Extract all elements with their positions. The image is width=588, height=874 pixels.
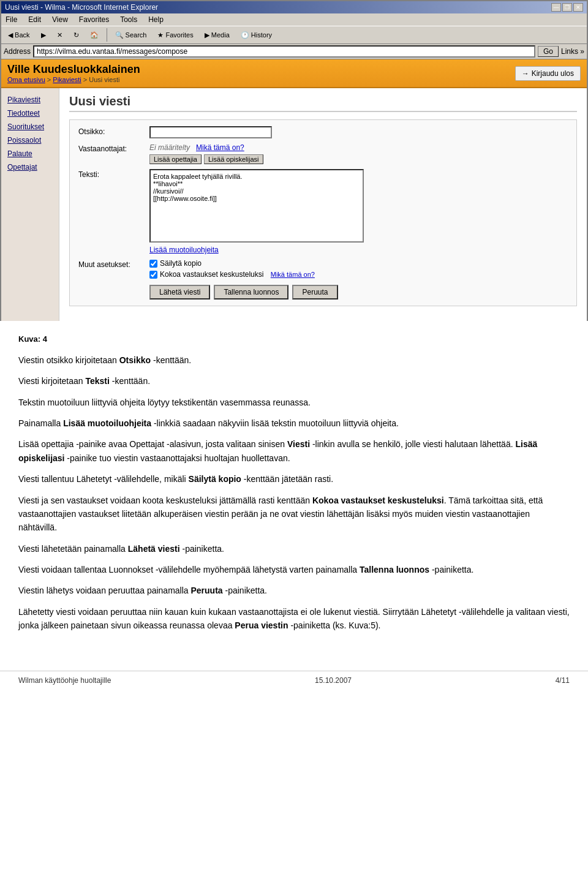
bold-lisaa-opiskelija: Lisää opiskelijasi [18, 439, 537, 462]
recipient-buttons: Lisää opettajia Lisää opiskelijasi [149, 154, 568, 164]
user-name: Ville Kuudesluokkalainen [7, 63, 140, 76]
refresh-button[interactable]: ↻ [69, 29, 83, 41]
recipients-label: Vastaanottajat: [78, 143, 146, 153]
browser-window: Uusi viesti - Wilma - Microsoft Internet… [0, 0, 588, 321]
sidebar-item-tiedotteet[interactable]: Tiedotteet [1, 107, 59, 120]
breadcrumb: Oma etusivu > Pikaviesti > Uusi viesti [7, 76, 140, 83]
bold-perua-viestin: Perua viestin [235, 620, 288, 630]
send-button[interactable]: Lähetä viesti [149, 285, 210, 299]
favorites-button[interactable]: ★ Favorites [153, 29, 197, 41]
close-button[interactable]: ✕ [573, 3, 583, 12]
subject-row: Otsikko: [78, 126, 568, 138]
content-area: Kuva: 4 Viestin otsikko kirjoitetaan Ots… [0, 321, 588, 652]
paragraph-3: Tekstin muotoiluun liittyviä ohjeita löy… [18, 396, 570, 409]
add-teacher-button[interactable]: Lisää opettajia [149, 154, 202, 164]
bold-kokoa-vastaukset: Kokoa vastaukset keskusteluksi [312, 495, 444, 505]
sidebar-item-opettajat[interactable]: Opettajat [1, 160, 59, 174]
breadcrumb-sep2: > [81, 76, 89, 83]
menu-favorites[interactable]: Favorites [77, 15, 111, 24]
paragraph-10: Viestin lähetys voidaan peruuttaa painam… [18, 584, 570, 597]
breadcrumb-current: Uusi viesti [89, 76, 119, 83]
paragraph-6: Viesti tallentuu Lähetetyt -välilehdelle… [18, 472, 570, 486]
cancel-button[interactable]: Peruuta [292, 285, 337, 299]
bold-otsikko: Otsikko [119, 355, 151, 365]
recipient-undefined: Ei määritelty Mikä tämä on? [149, 143, 568, 152]
back-button[interactable]: ◀ Back [4, 29, 34, 41]
logout-label: Kirjaudu ulos [532, 69, 574, 78]
subject-label: Otsikko: [78, 126, 146, 136]
links-label: Links » [561, 47, 584, 56]
collect-replies-what-link[interactable]: Mikä tämä on? [271, 271, 315, 278]
bold-laheta-viesti: Lähetä viesti [128, 544, 180, 554]
format-link[interactable]: Lisää muotoiluohjeita [149, 246, 219, 254]
home-button[interactable]: 🏠 [86, 29, 103, 41]
collect-replies-checkbox[interactable] [149, 271, 157, 279]
text-textarea[interactable]: Erota kappaleet tyhjällä rivillä. **liha… [149, 169, 364, 243]
paragraph-2: Viesti kirjoitetaan Teksti -kenttään. [18, 374, 570, 388]
sidebar: Pikaviestit Tiedotteet Suoritukset Poiss… [1, 88, 59, 321]
wilma-header: Ville Kuudesluokkalainen Oma etusivu > P… [1, 59, 587, 88]
menu-edit[interactable]: Edit [26, 15, 43, 24]
text-field: Erota kappaleet tyhjällä rivillä. **liha… [149, 169, 568, 254]
paragraph-9: Viesti voidaan tallentaa Luonnokset -väl… [18, 563, 570, 576]
add-student-button[interactable]: Lisää opiskelijasi [204, 154, 263, 164]
recipients-field: Ei määritelty Mikä tämä on? Lisää opetta… [149, 143, 568, 164]
titlebar-buttons: — ❐ ✕ [551, 3, 583, 12]
wilma-main: Uusi viesti Otsikko: Vastaanottajat: Ei … [59, 88, 587, 321]
menu-tools[interactable]: Tools [118, 15, 139, 24]
recipients-row: Vastaanottajat: Ei määritelty Mikä tämä … [78, 143, 568, 164]
address-input[interactable] [33, 45, 535, 58]
save-draft-button[interactable]: Tallenna luonnos [214, 285, 288, 299]
subject-input[interactable] [149, 126, 272, 138]
bold-lisaa-muotoilu: Lisää muotoiluohjeita [63, 418, 151, 428]
compose-form: Otsikko: Vastaanottajat: Ei määritelty M… [69, 119, 577, 306]
action-buttons: Lähetä viesti Tallenna luonnos Peruuta [78, 285, 568, 299]
breadcrumb-home[interactable]: Oma etusivu [7, 76, 45, 83]
breadcrumb-pikaviesti[interactable]: Pikaviesti [53, 76, 81, 83]
minimize-button[interactable]: — [551, 3, 561, 12]
page-title: Uusi viesti [69, 94, 577, 112]
restore-button[interactable]: ❐ [562, 3, 572, 12]
save-copy-label: Säilytä kopio [160, 259, 202, 268]
history-button[interactable]: 🕐 History [236, 29, 276, 41]
recipient-undefined-text: Ei määritelty [149, 143, 190, 152]
user-info: Ville Kuudesluokkalainen Oma etusivu > P… [7, 63, 140, 83]
bold-viesti: Viesti [287, 439, 310, 449]
browser-toolbar: ◀ Back ▶ ✕ ↻ 🏠 🔍 Search ★ Favorites ▶ Me… [1, 26, 587, 44]
menu-file[interactable]: File [4, 15, 19, 24]
collect-replies-label: Kokoa vastaukset keskusteluksi [160, 270, 263, 279]
logout-button[interactable]: → Kirjaudu ulos [515, 66, 581, 81]
bold-sailyta-kopio: Säilytä kopio [189, 474, 241, 484]
paragraph-8: Viesti lähetetään painamalla Lähetä vies… [18, 542, 570, 556]
go-button[interactable]: Go [538, 46, 559, 57]
text-label: Teksti: [78, 169, 146, 179]
checkbox1-row: Säilytä kopio [149, 259, 568, 268]
paragraph-5: Lisää opettajia -painike avaa Opettajat … [18, 437, 570, 465]
menu-view[interactable]: View [50, 15, 70, 24]
stop-button[interactable]: ✕ [53, 29, 67, 41]
save-copy-checkbox[interactable] [149, 260, 157, 268]
address-bar: Address Go Links » [1, 44, 587, 59]
recipient-row: Ei määritelty Mikä tämä on? Lisää opetta… [149, 143, 568, 164]
sidebar-item-poissaolot[interactable]: Poissaolot [1, 134, 59, 147]
paragraph-11: Lähetetty viesti voidaan peruuttaa niin … [18, 605, 570, 633]
text-row: Teksti: Erota kappaleet tyhjällä rivillä… [78, 169, 568, 254]
paragraph-1: Viestin otsikko kirjoitetaan Otsikko -ke… [18, 353, 570, 367]
search-button[interactable]: 🔍 Search [111, 29, 151, 41]
logout-icon: → [522, 69, 529, 78]
menu-help[interactable]: Help [146, 15, 165, 24]
browser-title: Uusi viesti - Wilma - Microsoft Internet… [5, 3, 158, 12]
textarea-container: Erota kappaleet tyhjällä rivillä. **liha… [149, 169, 568, 244]
bold-peruuta: Peruuta [190, 586, 222, 595]
bold-teksti: Teksti [85, 376, 109, 386]
paragraph-4: Painamalla Lisää muotoiluohjeita -linkki… [18, 416, 570, 430]
sidebar-item-suoritukset[interactable]: Suoritukset [1, 120, 59, 134]
figure-caption: Kuva: 4 [18, 333, 570, 346]
forward-button[interactable]: ▶ [37, 29, 50, 41]
recipient-what-link[interactable]: Mikä tämä on? [196, 143, 244, 152]
media-button[interactable]: ▶ Media [200, 29, 234, 41]
checkbox2-row: Kokoa vastaukset keskusteluksi Mikä tämä… [149, 270, 568, 279]
breadcrumb-sep1: > [45, 76, 53, 83]
sidebar-item-pikaviestit[interactable]: Pikaviestit [1, 93, 59, 107]
sidebar-item-palaute[interactable]: Palaute [1, 147, 59, 160]
